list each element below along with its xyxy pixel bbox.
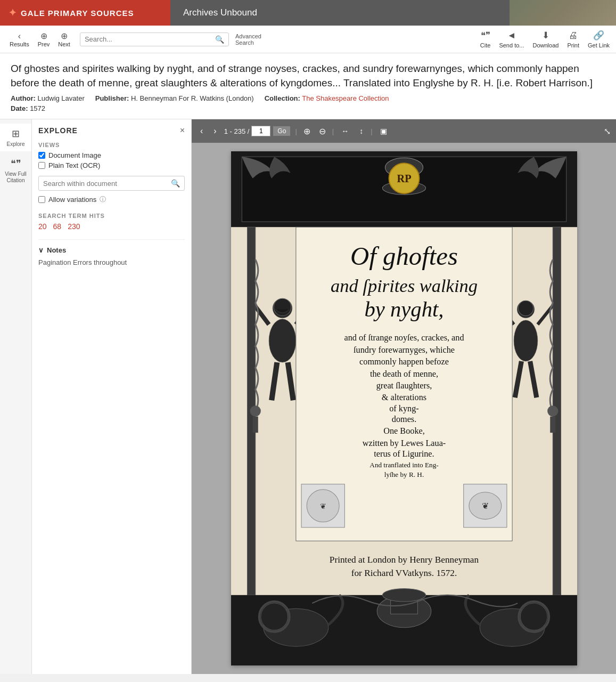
print-icon: 🖨 xyxy=(569,30,578,41)
svg-text:And tranflated into Eng-: And tranflated into Eng- xyxy=(369,461,438,469)
view-full-label: View FullCitation xyxy=(5,171,26,184)
search-term-hits-section: SEARCH TERM HITS 20 68 230 xyxy=(38,213,185,231)
back-button[interactable]: ‹ Results xyxy=(6,30,32,48)
document-info: Of ghostes and spirites walking by nyght… xyxy=(0,53,616,119)
send-to-icon: ◄ xyxy=(507,30,516,41)
plain-text-label: Plain Text (OCR) xyxy=(48,161,100,169)
nav-buttons: ‹ Results ⊕ Prev ⊕ Next xyxy=(6,30,73,48)
svg-text:of kyng-: of kyng- xyxy=(389,404,419,413)
hits-numbers: 20 68 230 xyxy=(38,222,185,231)
svg-point-15 xyxy=(514,320,538,361)
document-date: Date: 1572 xyxy=(11,104,605,112)
svg-text:commonly happen befoze: commonly happen befoze xyxy=(359,357,449,367)
viewer-toolbar: ‹ › 1 - 235 / Go | ⊕ ⊖ | ↔ ↕ | xyxy=(192,119,616,143)
advanced-search-link[interactable]: Advanced Search xyxy=(235,33,261,46)
svg-point-53 xyxy=(260,603,288,630)
svg-text:Printed at London by Henry Ben: Printed at London by Henry Benneyman xyxy=(329,555,479,565)
allow-variations-checkbox[interactable] xyxy=(38,196,45,203)
book-page-svg: RP xyxy=(231,151,577,665)
advanced-search-label2: Search xyxy=(235,39,261,46)
search-within-input[interactable] xyxy=(43,180,171,188)
get-link-button[interactable]: 🔗 Get Link xyxy=(588,30,610,48)
separator-2: | xyxy=(332,127,334,135)
print-label: Print xyxy=(567,42,579,48)
author-label: Author: xyxy=(11,94,36,102)
plain-text-checkbox[interactable] xyxy=(38,162,45,169)
svg-point-26 xyxy=(547,406,558,417)
date-value: 1572 xyxy=(30,104,45,112)
get-link-label: Get Link xyxy=(588,42,610,48)
fullscreen-button[interactable]: ⤡ xyxy=(604,126,611,136)
top-header: ✦ GALE PRIMARY SOURCES Archives Unbound xyxy=(0,0,616,26)
hit-number-2[interactable]: 68 xyxy=(53,222,62,231)
svg-text:Of ghoftes: Of ghoftes xyxy=(350,242,458,271)
svg-text:the death of menne,: the death of menne, xyxy=(369,369,438,379)
link-icon: 🔗 xyxy=(593,30,604,41)
notes-label: Notes xyxy=(47,246,66,254)
image-view-button[interactable]: ▣ xyxy=(377,126,390,136)
toolbar-actions: ❝❞ Cite ◄ Send to... ⬇ Download 🖨 Print … xyxy=(480,30,610,48)
cite-button[interactable]: ❝❞ Cite xyxy=(480,30,491,48)
citation-icon: ❝❞ xyxy=(11,158,21,169)
document-metadata: Author: Ludwig Lavater Publisher: H. Ben… xyxy=(11,94,605,102)
close-panel-button[interactable]: × xyxy=(180,126,185,135)
explore-icon: ⊞ xyxy=(12,128,20,140)
zoom-out-button[interactable]: ⊖ xyxy=(317,125,328,137)
fit-height-button[interactable]: ↕ xyxy=(356,126,366,136)
sidebar-tabs: ⊞ Explore ❝❞ View FullCitation xyxy=(0,119,32,674)
fullscreen-icon: ⤡ xyxy=(604,127,611,136)
svg-point-60 xyxy=(382,589,425,602)
notes-header[interactable]: ∨ Notes xyxy=(38,246,185,254)
brand-name: GALE PRIMARY SOURCES xyxy=(21,9,134,18)
svg-text:lyſhe by R. H.: lyſhe by R. H. xyxy=(384,471,423,479)
svg-text:❦: ❦ xyxy=(319,502,326,511)
search-button[interactable]: 🔍 xyxy=(215,35,224,44)
fit-width-button[interactable]: ↔ xyxy=(338,126,352,136)
date-label: Date: xyxy=(11,104,28,112)
page-prev-button[interactable]: ‹ xyxy=(197,125,206,137)
plain-text-checkbox-row: Plain Text (OCR) xyxy=(38,161,185,169)
svg-text:for Richard VVatkyns.  1572.: for Richard VVatkyns. 1572. xyxy=(351,568,457,578)
zoom-in-icon: ⊕ xyxy=(303,127,310,136)
send-to-button[interactable]: ◄ Send to... xyxy=(499,30,524,48)
go-button[interactable]: Go xyxy=(273,126,291,136)
prev-button[interactable]: ⊕ Prev xyxy=(35,30,53,48)
send-to-label: Send to... xyxy=(499,42,524,48)
download-icon: ⬇ xyxy=(542,30,549,41)
print-button[interactable]: 🖨 Print xyxy=(567,30,579,48)
explore-tab[interactable]: ⊞ Explore xyxy=(0,124,31,151)
svg-point-56 xyxy=(520,603,547,630)
separator-3: | xyxy=(371,127,372,135)
svg-text:by nyght,: by nyght, xyxy=(364,297,443,321)
cite-label: Cite xyxy=(480,42,491,48)
svg-point-24 xyxy=(250,406,260,417)
separator-1: | xyxy=(295,127,297,135)
views-label: VIEWS xyxy=(38,142,185,148)
search-input[interactable] xyxy=(85,35,215,43)
fit-height-icon: ↕ xyxy=(359,127,363,135)
main-content: ⊞ Explore ❝❞ View FullCitation EXPLORE ×… xyxy=(0,119,616,674)
fit-width-icon: ↔ xyxy=(341,127,349,135)
doc-image-checkbox[interactable] xyxy=(38,152,45,159)
search-within-icon[interactable]: 🔍 xyxy=(171,179,180,188)
page-number-input[interactable] xyxy=(251,126,270,136)
allow-variations-label: Allow variations xyxy=(48,196,96,204)
page-next-button[interactable]: › xyxy=(210,125,219,137)
svg-rect-27 xyxy=(550,417,555,433)
view-full-citation-tab[interactable]: ❝❞ View FullCitation xyxy=(0,153,31,188)
collection-link[interactable]: The Shakespeare Collection xyxy=(302,94,389,102)
author-meta: Author: Ludwig Lavater xyxy=(11,94,85,102)
hit-number-3[interactable]: 230 xyxy=(68,222,80,231)
doc-image-label: Document Image xyxy=(48,151,101,159)
svg-text:terus of Ligurine.: terus of Ligurine. xyxy=(374,449,434,459)
notes-section: ∨ Notes Pagination Errors throughout xyxy=(38,246,185,266)
svg-text:& alterations: & alterations xyxy=(381,393,426,402)
zoom-in-button[interactable]: ⊕ xyxy=(301,125,313,137)
next-button[interactable]: ⊕ Next xyxy=(55,30,73,48)
info-icon[interactable]: ⓘ xyxy=(100,195,106,204)
svg-text:wzitten by Lewes Laua-: wzitten by Lewes Laua- xyxy=(362,439,446,448)
svg-text:and of ſtrange noyſes, crackes: and of ſtrange noyſes, crackes, and xyxy=(344,334,464,343)
download-button[interactable]: ⬇ Download xyxy=(532,30,558,48)
publisher-label: Publisher: xyxy=(95,94,129,102)
hit-number-1[interactable]: 20 xyxy=(38,222,47,231)
